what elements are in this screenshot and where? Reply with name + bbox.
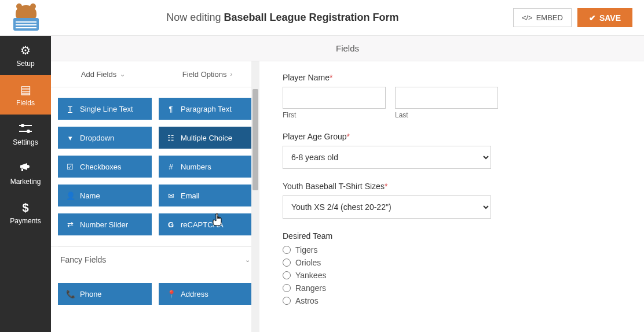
google-icon: G xyxy=(167,220,175,229)
team-label: Desired Team xyxy=(283,231,621,241)
tshirt-select[interactable]: Youth XS 2/4 (chest 20-22") xyxy=(283,195,491,219)
gear-icon: ⚙ xyxy=(20,43,31,57)
field-name[interactable]: 👤Name xyxy=(58,185,152,206)
phone-icon: 📞 xyxy=(66,290,74,298)
sidebar-item-settings[interactable]: Settings xyxy=(0,115,51,154)
field-email[interactable]: ✉Email xyxy=(159,185,253,206)
team-option-astros[interactable]: Astros xyxy=(283,296,621,305)
team-option-orioles[interactable]: Orioles xyxy=(283,258,621,267)
field-address[interactable]: 📍Address xyxy=(159,283,253,305)
scrollbar[interactable] xyxy=(251,61,259,332)
logo xyxy=(12,5,41,31)
field-multiple-choice[interactable]: ☷Multiple Choice xyxy=(159,127,253,149)
tab-add-fields[interactable]: Add Fields ⌄ xyxy=(51,61,155,87)
team-option-yankees[interactable]: Yankees xyxy=(283,271,621,280)
player-name-label: Player Name* xyxy=(283,73,621,82)
sidebar: ⚙ Setup ▤ Fields Settings Marketing $ Pa… xyxy=(0,36,51,332)
form-icon: ▤ xyxy=(20,83,31,97)
bullhorn-icon xyxy=(19,162,32,175)
fields-panel: Add Fields ⌄ Field Options › TSingle Lin… xyxy=(51,61,259,332)
svg-point-3 xyxy=(27,130,30,133)
chevron-down-icon: ⌄ xyxy=(120,71,125,78)
pin-icon: 📍 xyxy=(167,290,175,298)
field-paragraph-text[interactable]: ¶Paragraph Text xyxy=(159,98,253,120)
hash-icon: # xyxy=(167,163,175,171)
field-checkboxes[interactable]: ☑Checkboxes xyxy=(58,156,152,178)
field-dropdown[interactable]: ▾Dropdown xyxy=(58,127,152,149)
first-name-input[interactable] xyxy=(283,87,386,109)
last-name-input[interactable] xyxy=(395,87,498,109)
field-numbers[interactable]: #Numbers xyxy=(159,156,253,178)
scrollbar-thumb[interactable] xyxy=(253,89,258,190)
tshirt-label: Youth Baseball T-Shirt Sizes* xyxy=(283,182,621,191)
check-icon: ✔ xyxy=(589,13,596,23)
field-number-slider[interactable]: ⇄Number Slider xyxy=(58,213,152,235)
embed-button[interactable]: </> EMBED xyxy=(513,8,572,27)
svg-point-1 xyxy=(21,124,24,127)
chevron-down-icon: ⌄ xyxy=(245,256,250,264)
fancy-fields-header[interactable]: Fancy Fields ⌄ xyxy=(51,246,259,272)
chevron-right-icon: › xyxy=(230,71,232,78)
age-group-label: Player Age Group* xyxy=(283,132,621,141)
slider-icon: ⇄ xyxy=(66,220,74,229)
sidebar-item-payments[interactable]: $ Payments xyxy=(0,193,51,233)
team-option-rangers[interactable]: Rangers xyxy=(283,283,621,293)
save-button[interactable]: ✔ SAVE xyxy=(577,8,632,27)
field-recaptcha[interactable]: GreCAPTCHA xyxy=(159,213,253,235)
section-title: Fields xyxy=(51,36,644,61)
sliders-icon xyxy=(19,123,32,136)
code-icon: </> xyxy=(522,13,533,22)
user-icon: 👤 xyxy=(66,191,74,200)
sidebar-item-fields[interactable]: ▤ Fields xyxy=(0,75,51,115)
sidebar-item-marketing[interactable]: Marketing xyxy=(0,154,51,193)
list-icon: ☷ xyxy=(167,134,175,142)
paragraph-icon: ¶ xyxy=(167,105,175,113)
field-single-line-text[interactable]: TSingle Line Text xyxy=(58,98,152,120)
text-icon: T xyxy=(66,105,74,113)
team-option-tigers[interactable]: Tigers xyxy=(283,245,621,254)
first-sublabel: First xyxy=(283,111,386,119)
envelope-icon: ✉ xyxy=(167,191,175,200)
form-preview: Player Name* First Last Player Age Grou xyxy=(259,61,644,332)
dollar-icon: $ xyxy=(22,201,28,215)
last-sublabel: Last xyxy=(395,111,498,119)
age-group-select[interactable]: 6-8 years old xyxy=(283,146,491,169)
tab-field-options[interactable]: Field Options › xyxy=(155,61,259,87)
dropdown-icon: ▾ xyxy=(66,134,74,142)
page-title: Now editing Baseball League Registration… xyxy=(52,12,513,24)
field-phone[interactable]: 📞Phone xyxy=(58,283,152,305)
checkbox-icon: ☑ xyxy=(66,163,74,171)
sidebar-item-setup[interactable]: ⚙ Setup xyxy=(0,36,51,75)
